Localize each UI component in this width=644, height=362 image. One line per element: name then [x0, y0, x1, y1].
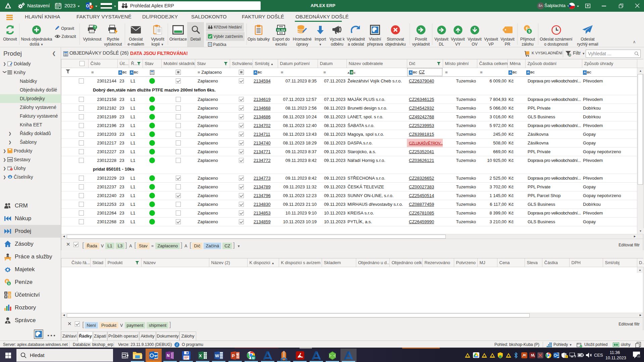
svg-text:N: N	[167, 353, 170, 358]
svg-text:$: $	[528, 29, 530, 33]
svg-text:O: O	[86, 4, 89, 8]
svg-text:XLSX: XLSX	[277, 28, 285, 32]
svg-text:B: B	[351, 71, 353, 74]
svg-text:P: P	[232, 353, 235, 358]
svg-text:!: !	[566, 355, 567, 358]
svg-text:M: M	[252, 356, 255, 360]
svg-text:W: W	[215, 353, 219, 358]
svg-text:C: C	[354, 71, 356, 74]
svg-text:X: X	[199, 353, 202, 358]
svg-text:AB: AB	[8, 158, 12, 161]
svg-text:$: $	[8, 282, 10, 285]
svg-text:▾: ▾	[91, 5, 92, 8]
svg-text:A: A	[347, 71, 350, 74]
svg-text:?: ?	[94, 25, 96, 29]
